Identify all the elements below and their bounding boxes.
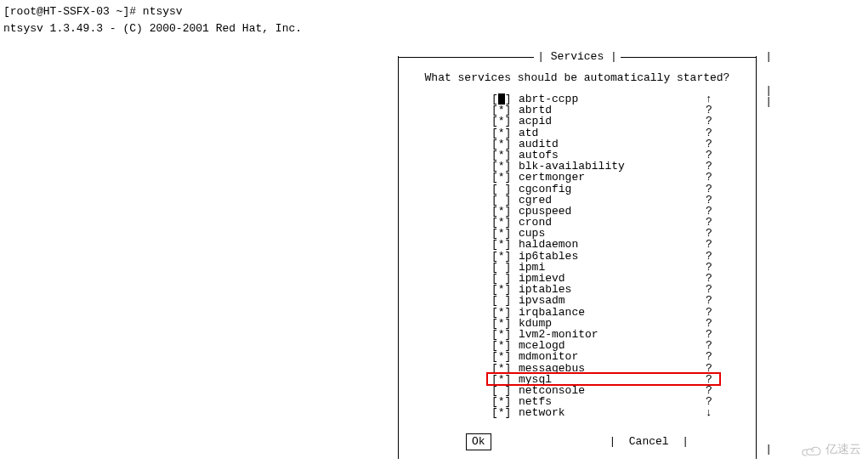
service-help-indicator: ? [706,251,723,262]
service-checkbox[interactable]: [ ] [491,184,519,195]
service-checkbox[interactable]: [*] [491,351,519,362]
service-checkbox[interactable]: [*] [491,139,519,150]
service-checkbox[interactable]: [ ] [491,195,519,206]
cloud-icon [798,442,822,457]
service-row-messagebus[interactable]: [*] messagebus? [491,363,723,374]
service-row-kdump[interactable]: [*] kdump? [491,318,723,329]
service-row-auditd[interactable]: [*] auditd? [491,139,723,150]
watermark: 亿速云 [798,440,861,459]
service-help-indicator: ? [706,139,723,150]
service-checkbox[interactable]: [*] [491,116,519,127]
service-help-indicator: ? [706,116,723,127]
service-checkbox[interactable]: [*] [491,172,519,183]
service-name-label: ipvsadm [519,295,706,306]
service-name-label: mdmonitor [519,351,706,362]
service-name-label: cgconfig [519,184,706,195]
outer-frame-pipes: |||| [765,51,772,455]
service-help-indicator: ? [706,184,723,195]
service-help-indicator: ? [706,195,723,206]
service-row-network[interactable]: [*] network↓ [491,407,723,418]
service-row-mysql[interactable]: [*] mysql? [491,374,723,385]
service-name-label: irqbalance [519,307,706,318]
service-name-label: auditd [519,139,706,150]
service-row-irqbalance[interactable]: [*] irqbalance? [491,307,723,318]
service-help-indicator: ? [706,374,723,385]
service-name-label: cgred [519,195,706,206]
terminal-output: [root@HT-SSFX-03 ~]# ntsysv ntsysv 1.3.4… [0,0,868,37]
service-help-indicator: ? [706,363,723,374]
services-dialog: | Services | What services should be aut… [398,51,757,459]
service-help-indicator: ? [706,239,723,250]
service-help-indicator: ? [706,351,723,362]
dialog-frame-left [398,56,399,459]
service-name-label: messagebus [519,363,706,374]
service-row-cgconfig[interactable]: [ ] cgconfig? [491,184,723,195]
service-help-indicator: ? [706,172,723,183]
service-row-atd[interactable]: [*] atd? [491,127,723,139]
service-checkbox[interactable]: [*] [491,374,519,385]
service-checkbox[interactable]: [*] [491,307,519,318]
terminal-line-1: [root@HT-SSFX-03 ~]# ntsysv [3,3,868,20]
service-name-label: mysql [519,374,706,385]
svg-point-0 [811,450,814,452]
cancel-button[interactable]: | Cancel | [609,433,689,450]
dialog-buttons: Ok | Cancel | [398,433,757,450]
service-name-label: atd [519,127,706,139]
service-help-indicator: ? [706,307,723,318]
service-name-label: certmonger [519,172,706,183]
service-row-acpid[interactable]: [*] acpid? [491,116,723,127]
dialog-prompt: What services should be automatically st… [398,70,757,87]
service-name-label: network [519,407,706,418]
service-row-certmonger[interactable]: [*] certmonger? [491,172,723,183]
watermark-text: 亿速云 [825,440,861,459]
service-help-indicator: ? [706,318,723,329]
services-list[interactable]: [*] abrt-ccpp↑[*] abrtd?[*] acpid?[*] at… [491,93,723,418]
service-help-indicator: ? [706,127,723,139]
service-row-haldaemon[interactable]: [*] haldaemon? [491,239,723,250]
service-checkbox[interactable]: [*] [491,239,519,250]
service-name-label: crond [519,217,706,228]
service-checkbox[interactable]: [ ] [491,295,519,306]
dialog-frame-top: | Services | [398,51,757,63]
dialog-frame-right [756,56,757,459]
service-name-label: kdump [519,318,706,329]
service-name-label: acpid [519,116,706,127]
service-checkbox[interactable]: [*] [491,407,519,418]
service-row-ip6tables[interactable]: [*] ip6tables? [491,251,723,262]
service-row-cgred[interactable]: [ ] cgred? [491,195,723,206]
service-checkbox[interactable]: [*] [491,318,519,329]
service-row-mdmonitor[interactable]: [*] mdmonitor? [491,351,723,362]
service-row-ipvsadm[interactable]: [ ] ipvsadm? [491,295,723,306]
service-help-indicator: ↓ [706,407,723,418]
service-checkbox[interactable]: [*] [491,127,519,139]
ok-button[interactable]: Ok [466,433,491,450]
service-checkbox[interactable]: [*] [491,363,519,374]
service-help-indicator: ? [706,295,723,306]
dialog-title: | Services | [534,48,621,65]
service-name-label: haldaemon [519,239,706,250]
service-name-label: ip6tables [519,251,706,262]
service-checkbox[interactable]: [*] [491,251,519,262]
terminal-line-2: ntsysv 1.3.49.3 - (C) 2000-2001 Red Hat,… [3,20,868,37]
